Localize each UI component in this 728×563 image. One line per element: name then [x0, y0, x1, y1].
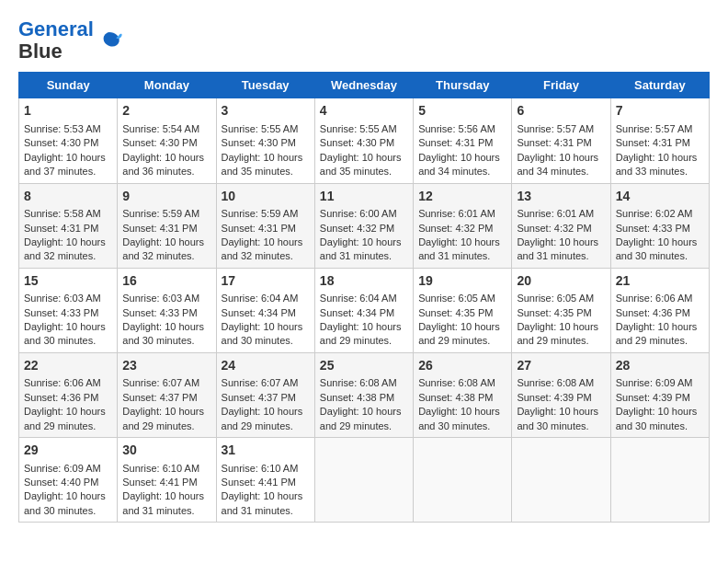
daylight-text: Daylight: 10 hours and 29 minutes.: [320, 321, 402, 346]
day-number: 4: [320, 102, 408, 121]
calendar-cell: 24Sunrise: 6:07 AMSunset: 4:37 PMDayligh…: [216, 352, 314, 437]
daylight-text: Daylight: 10 hours and 29 minutes.: [320, 406, 402, 431]
calendar-cell: 1Sunrise: 5:53 AMSunset: 4:30 PMDaylight…: [19, 98, 118, 183]
daylight-text: Daylight: 10 hours and 30 minutes.: [222, 321, 303, 346]
sunrise-text: Sunrise: 6:07 AM: [122, 377, 199, 388]
sunset-text: Sunset: 4:33 PM: [24, 307, 98, 318]
logo: GeneralBlue: [18, 18, 123, 63]
calendar-cell: [610, 438, 709, 523]
daylight-text: Daylight: 10 hours and 29 minutes.: [122, 406, 204, 431]
sunrise-text: Sunrise: 6:01 AM: [517, 208, 594, 219]
sunrise-text: Sunrise: 6:06 AM: [24, 377, 101, 388]
column-header-thursday: Thursday: [414, 73, 512, 98]
sunrise-text: Sunrise: 5:55 AM: [320, 123, 397, 134]
daylight-text: Daylight: 10 hours and 29 minutes.: [616, 321, 698, 346]
day-number: 20: [517, 272, 605, 291]
daylight-text: Daylight: 10 hours and 31 minutes.: [320, 236, 402, 261]
day-number: 12: [418, 188, 506, 206]
column-header-wednesday: Wednesday: [314, 73, 413, 98]
calendar-cell: 6Sunrise: 5:57 AMSunset: 4:31 PMDaylight…: [512, 98, 610, 183]
daylight-text: Daylight: 10 hours and 33 minutes.: [616, 152, 698, 177]
sunset-text: Sunset: 4:36 PM: [24, 392, 98, 403]
day-number: 21: [616, 272, 704, 291]
sunset-text: Sunset: 4:39 PM: [517, 392, 591, 403]
sunset-text: Sunset: 4:34 PM: [320, 307, 394, 318]
daylight-text: Daylight: 10 hours and 32 minutes.: [24, 236, 106, 261]
sunset-text: Sunset: 4:30 PM: [24, 137, 98, 148]
calendar-cell: 16Sunrise: 6:03 AMSunset: 4:33 PMDayligh…: [118, 268, 216, 352]
daylight-text: Daylight: 10 hours and 30 minutes.: [616, 236, 698, 261]
day-number: 31: [222, 442, 310, 460]
calendar-cell: 21Sunrise: 6:06 AMSunset: 4:36 PMDayligh…: [610, 268, 709, 352]
sunset-text: Sunset: 4:35 PM: [517, 307, 591, 318]
sunrise-text: Sunrise: 6:08 AM: [418, 377, 495, 388]
calendar-cell: 7Sunrise: 5:57 AMSunset: 4:31 PMDaylight…: [610, 98, 709, 183]
sunset-text: Sunset: 4:32 PM: [320, 223, 394, 234]
calendar-cell: [314, 438, 413, 523]
calendar-cell: 25Sunrise: 6:08 AMSunset: 4:38 PMDayligh…: [314, 352, 413, 437]
daylight-text: Daylight: 10 hours and 34 minutes.: [418, 152, 500, 177]
day-number: 2: [122, 102, 210, 121]
sunrise-text: Sunrise: 6:03 AM: [24, 293, 101, 304]
day-number: 5: [418, 102, 506, 121]
sunrise-text: Sunrise: 6:05 AM: [517, 293, 594, 304]
sunrise-text: Sunrise: 6:03 AM: [122, 293, 199, 304]
day-number: 19: [418, 272, 506, 291]
sunset-text: Sunset: 4:37 PM: [122, 392, 197, 403]
daylight-text: Daylight: 10 hours and 37 minutes.: [24, 152, 106, 177]
calendar-header-row: SundayMondayTuesdayWednesdayThursdayFrid…: [19, 73, 710, 98]
calendar-week-row: 22Sunrise: 6:06 AMSunset: 4:36 PMDayligh…: [19, 352, 710, 437]
calendar-week-row: 15Sunrise: 6:03 AMSunset: 4:33 PMDayligh…: [19, 268, 710, 352]
day-number: 27: [517, 357, 605, 375]
daylight-text: Daylight: 10 hours and 32 minutes.: [122, 236, 204, 261]
calendar-cell: 2Sunrise: 5:54 AMSunset: 4:30 PMDaylight…: [118, 98, 216, 183]
calendar-cell: 13Sunrise: 6:01 AMSunset: 4:32 PMDayligh…: [512, 183, 610, 268]
day-number: 24: [222, 357, 310, 375]
daylight-text: Daylight: 10 hours and 35 minutes.: [222, 152, 303, 177]
calendar-week-row: 29Sunrise: 6:09 AMSunset: 4:40 PMDayligh…: [19, 438, 710, 523]
calendar-cell: 27Sunrise: 6:08 AMSunset: 4:39 PMDayligh…: [512, 352, 610, 437]
daylight-text: Daylight: 10 hours and 36 minutes.: [122, 152, 204, 177]
calendar-cell: 18Sunrise: 6:04 AMSunset: 4:34 PMDayligh…: [314, 268, 413, 352]
day-number: 23: [122, 357, 210, 375]
sunset-text: Sunset: 4:36 PM: [616, 307, 690, 318]
day-number: 26: [418, 357, 506, 375]
daylight-text: Daylight: 10 hours and 32 minutes.: [222, 236, 303, 261]
day-number: 15: [24, 272, 112, 291]
sunset-text: Sunset: 4:34 PM: [222, 307, 296, 318]
column-header-tuesday: Tuesday: [216, 73, 314, 98]
daylight-text: Daylight: 10 hours and 31 minutes.: [517, 236, 598, 261]
sunset-text: Sunset: 4:30 PM: [222, 137, 296, 148]
sunrise-text: Sunrise: 6:04 AM: [320, 293, 397, 304]
sunrise-text: Sunrise: 5:54 AM: [122, 123, 199, 134]
sunrise-text: Sunrise: 6:10 AM: [122, 463, 199, 474]
daylight-text: Daylight: 10 hours and 31 minutes.: [122, 490, 204, 515]
sunrise-text: Sunrise: 6:10 AM: [222, 463, 299, 474]
daylight-text: Daylight: 10 hours and 35 minutes.: [320, 152, 402, 177]
sunrise-text: Sunrise: 5:57 AM: [517, 123, 594, 134]
page-header: GeneralBlue: [18, 18, 710, 63]
daylight-text: Daylight: 10 hours and 30 minutes.: [122, 321, 204, 346]
day-number: 9: [122, 188, 210, 206]
day-number: 30: [122, 442, 210, 460]
logo-bird-icon: [96, 27, 123, 54]
sunrise-text: Sunrise: 6:08 AM: [517, 377, 594, 388]
day-number: 10: [222, 188, 310, 206]
calendar-cell: 28Sunrise: 6:09 AMSunset: 4:39 PMDayligh…: [610, 352, 709, 437]
day-number: 29: [24, 442, 112, 460]
sunset-text: Sunset: 4:33 PM: [616, 223, 690, 234]
sunset-text: Sunset: 4:31 PM: [418, 137, 493, 148]
column-header-saturday: Saturday: [610, 73, 709, 98]
sunrise-text: Sunrise: 6:09 AM: [616, 377, 693, 388]
sunset-text: Sunset: 4:35 PM: [418, 307, 493, 318]
logo-text: GeneralBlue: [18, 18, 94, 63]
calendar-cell: 20Sunrise: 6:05 AMSunset: 4:35 PMDayligh…: [512, 268, 610, 352]
day-number: 1: [24, 102, 112, 121]
calendar-cell: 9Sunrise: 5:59 AMSunset: 4:31 PMDaylight…: [118, 183, 216, 268]
sunrise-text: Sunrise: 6:09 AM: [24, 463, 101, 474]
sunset-text: Sunset: 4:30 PM: [122, 137, 197, 148]
daylight-text: Daylight: 10 hours and 31 minutes.: [222, 490, 303, 515]
day-number: 6: [517, 102, 605, 121]
daylight-text: Daylight: 10 hours and 29 minutes.: [222, 406, 303, 431]
daylight-text: Daylight: 10 hours and 30 minutes.: [517, 406, 598, 431]
